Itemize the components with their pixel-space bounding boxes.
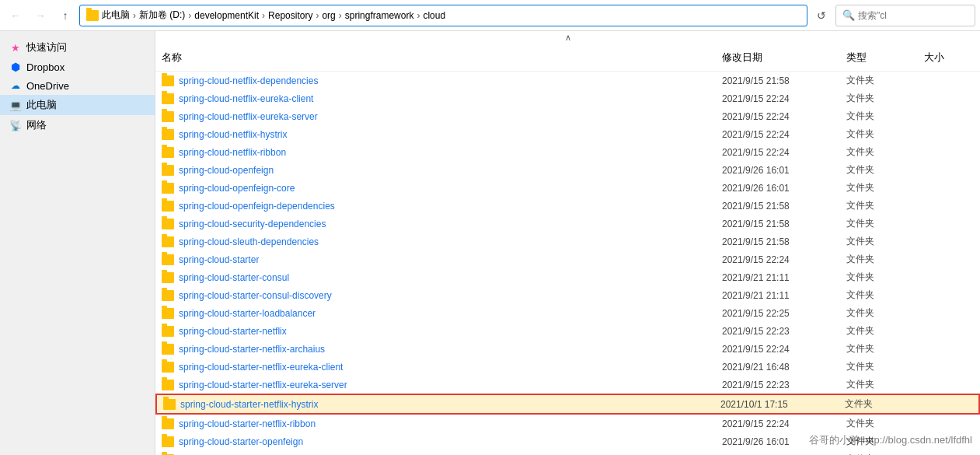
file-date-cell: 2021/9/15 21:58 [716,215,840,232]
table-row[interactable]: spring-cloud-openfeign2021/9/26 16:01文件夹 [155,161,980,179]
file-name-cell: spring-cloud-starter-netflix-eureka-serv… [155,376,716,393]
folder-icon [162,111,174,122]
file-type-cell: 文件夹 [840,305,918,321]
file-name-text: spring-cloud-openfeign [179,165,274,176]
sidebar-item-network[interactable]: 📡 网络 [0,115,155,135]
up-button[interactable]: ↑ [54,5,76,26]
file-size-cell [916,396,978,412]
file-type-cell: 文件夹 [840,451,918,455]
header-type[interactable]: 类型 [840,47,918,68]
search-input[interactable] [858,10,968,21]
table-row[interactable]: spring-cloud-netflix-hystrix2021/9/15 22… [155,125,980,143]
file-date-cell: 2021/9/15 22:23 [716,376,840,393]
address-bar[interactable]: 此电脑 › 新加卷 (D:) › developmentKit › Reposi… [79,5,807,26]
file-name-text: spring-cloud-starter-loadbalancer [179,308,316,319]
folder-icon [162,165,174,176]
sidebar-item-quick-access[interactable]: ★ 快速访问 [0,37,155,58]
file-date-cell: 2021/9/15 22:25 [716,305,840,321]
file-type-cell: 文件夹 [840,341,918,357]
network-icon: 📡 [9,119,22,131]
sidebar-item-onedrive[interactable]: ☁ OneDrive [0,76,155,95]
folder-icon [162,75,174,86]
folder-icon [162,272,174,283]
table-row[interactable]: spring-cloud-openfeign-core2021/9/26 16:… [155,179,980,197]
table-row[interactable]: spring-cloud-starter2021/9/15 22:24文件夹 [155,250,980,268]
file-name-text: spring-cloud-openfeign-core [179,183,295,194]
table-row[interactable]: spring-cloud-netflix-ribbon2021/9/15 22:… [155,143,980,161]
refresh-button[interactable]: ↺ [811,5,832,26]
file-size-cell [918,287,980,303]
table-row[interactable]: spring-cloud-starter-netflix-hystrix2021… [155,394,980,415]
table-row[interactable]: spring-cloud-starter-loadbalancer2021/9/… [155,304,980,322]
file-name-text: spring-cloud-netflix-eureka-server [179,111,318,122]
file-size-cell [918,269,980,285]
file-size-cell [918,72,980,89]
search-bar[interactable]: 🔍 [835,5,975,26]
address-part-org: org [322,10,335,21]
file-name-cell: spring-cloud-netflix-ribbon [155,144,716,160]
folder-icon [163,399,176,410]
file-type-cell: 文件夹 [840,162,918,178]
file-name-cell: spring-cloud-starter-netflix-archaius [155,341,716,357]
file-name-cell: spring-cloud-starter-netflix-eureka-clie… [155,359,716,375]
table-row[interactable]: spring-cloud-security-dependencies2021/9… [155,215,980,233]
table-row[interactable]: spring-cloud-starter-netflix-eureka-clie… [155,358,980,376]
forward-button[interactable]: → [30,5,51,26]
header-modified[interactable]: 修改日期 [716,47,840,68]
table-row[interactable]: spring-cloud-openfeign-dependencies2021/… [155,197,980,215]
file-name-cell: spring-cloud-starter-consul [155,269,716,285]
table-row[interactable]: spring-cloud-netflix-eureka-server2021/9… [155,107,980,125]
file-date-cell: 2021/10/1 17:15 [714,396,839,412]
file-name-text: spring-cloud-starter-consul-discovery [179,290,332,301]
table-row[interactable]: spring-cloud-starter-consul2021/9/21 21:… [155,268,980,286]
file-name-text: spring-cloud-openfeign-dependencies [179,201,335,212]
folder-icon [162,201,174,212]
file-date-cell: 2021/9/15 22:24 [716,90,840,107]
file-size-cell [918,215,980,232]
folder-icon [162,326,174,337]
back-button[interactable]: ← [5,5,26,26]
up-arrow-icon: ∧ [565,33,571,43]
table-row[interactable]: spring-cloud-starter-consul-discovery202… [155,286,980,304]
address-part-drive: 新加卷 (D:) [139,9,185,22]
sidebar-item-dropbox[interactable]: ⬢ Dropbox [0,58,155,76]
file-type-cell: 文件夹 [840,72,918,89]
file-name-text: spring-cloud-netflix-dependencies [179,75,318,86]
folder-icon [162,362,174,373]
file-date-cell: 2021/9/21 16:48 [716,359,840,375]
table-row[interactable]: spring-cloud-starter-netflix-archaius202… [155,340,980,358]
file-name-cell: spring-cloud-netflix-eureka-client [155,90,716,107]
table-row[interactable]: spring-cloud-netflix-eureka-client2021/9… [155,89,980,107]
file-date-cell: 2021/9/21 21:11 [716,287,840,303]
file-name-text: spring-cloud-starter-openfeign [179,436,303,447]
file-date-cell: 2021/9/15 21:58 [716,72,840,89]
folder-icon [162,129,174,140]
header-name[interactable]: 名称 [155,47,716,68]
folder-icon [162,308,174,319]
table-row[interactable]: spring-cloud-stream-dependencies2021/9/1… [155,450,980,455]
file-type-cell: 文件夹 [840,126,918,142]
file-size-cell [918,233,980,250]
table-row[interactable]: spring-cloud-starter-netflix-ribbon2021/… [155,415,980,432]
table-row[interactable]: spring-cloud-netflix-dependencies2021/9/… [155,72,980,89]
file-list-header: 名称 修改日期 类型 大小 [155,44,980,72]
table-row[interactable]: spring-cloud-sleuth-dependencies2021/9/1… [155,233,980,250]
folder-icon [162,219,174,229]
file-name-cell: spring-cloud-netflix-dependencies [155,72,716,89]
sidebar-item-this-pc[interactable]: 💻 此电脑 [0,95,155,115]
header-size[interactable]: 大小 [918,47,980,68]
file-type-cell: 文件夹 [840,144,918,160]
folder-icon [162,290,174,301]
main-area: ★ 快速访问 ⬢ Dropbox ☁ OneDrive 💻 此电脑 📡 网络 [0,31,980,455]
file-name-text: spring-cloud-starter [179,254,259,265]
table-row[interactable]: spring-cloud-starter-openfeign2021/9/26 … [155,432,980,450]
file-size-cell [918,108,980,124]
table-row[interactable]: spring-cloud-starter-netflix-eureka-serv… [155,376,980,394]
folder-icon [162,254,174,265]
file-type-cell: 文件夹 [840,359,918,375]
file-date-cell: 2021/9/26 16:01 [716,433,840,450]
file-name-cell: spring-cloud-netflix-eureka-server [155,108,716,124]
computer-icon: 💻 [9,99,22,111]
table-row[interactable]: spring-cloud-starter-netflix2021/9/15 22… [155,322,980,340]
address-part-pc: 此电脑 [102,9,130,22]
